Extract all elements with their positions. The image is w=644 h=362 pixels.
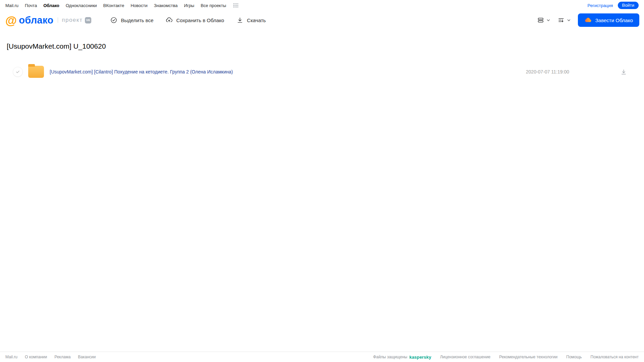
topnav-link-vkontakte[interactable]: ВКонтакте — [103, 3, 125, 8]
toolbar-label: Выделить все — [121, 17, 153, 23]
topnav-link-novosti[interactable]: Новости — [131, 3, 147, 8]
sort-icon — [557, 16, 565, 24]
chevron-down-icon — [546, 18, 551, 22]
create-cloud-button[interactable]: Завести Облако — [578, 13, 639, 27]
file-name-link[interactable]: [UsupovMarket.com] [Cilantro] Похудение … — [50, 69, 233, 74]
download-icon — [236, 16, 244, 24]
row-checkbox[interactable] — [13, 67, 23, 77]
download-icon — [620, 68, 627, 75]
topnav-link-znakomstva[interactable]: Знакомства — [154, 3, 178, 8]
kaspersky-logo[interactable]: kaspersky — [409, 355, 431, 360]
topnav-links: Mail.ru Почта Облако Одноклассники ВКонт… — [5, 3, 238, 8]
main-content: [UsupovMarket.com] U_100620 [UsupovMarke… — [0, 42, 644, 80]
login-button[interactable]: Войти — [618, 2, 639, 9]
top-navigation: Mail.ru Почта Облако Одноклассники ВКонт… — [0, 0, 644, 11]
project-vk-label: проект — [62, 17, 83, 23]
folder-icon[interactable] — [28, 66, 44, 78]
all-projects-grid-icon[interactable] — [233, 3, 238, 8]
header-right-controls: Завести Облако — [537, 13, 639, 27]
file-list: [UsupovMarket.com] [Cilantro] Похудение … — [7, 64, 637, 80]
check-circle-icon — [110, 16, 117, 24]
cloud-icon — [584, 16, 592, 24]
footer-link-ads[interactable]: Реклама — [54, 355, 70, 359]
file-download-button[interactable] — [620, 68, 627, 75]
footer-link-license[interactable]: Лицензионное соглашение — [440, 355, 490, 359]
download-button[interactable]: Скачать — [236, 16, 266, 24]
action-toolbar: Выделить все Сохранить в Облако Скачать — [110, 16, 266, 24]
topnav-link-oblako[interactable]: Облако — [43, 3, 59, 8]
footer-link-jobs[interactable]: Вакансии — [78, 355, 96, 359]
cloud-logo-text: облако — [19, 15, 53, 26]
topnav-link-igry[interactable]: Игры — [184, 3, 194, 8]
check-icon — [15, 69, 20, 74]
footer-link-recommendation-tech[interactable]: Рекомендательные технологии — [499, 355, 558, 359]
header: @ облако проект VK Выделить все Сохранит… — [0, 11, 644, 30]
view-mode-icon — [537, 16, 544, 24]
footer-right-links: Файлы защищены kaspersky Лицензионное со… — [373, 355, 639, 360]
select-all-button[interactable]: Выделить все — [110, 16, 153, 24]
footer-left-links: Mail.ru О компании Реклама Вакансии — [5, 355, 96, 359]
mailru-at-icon: @ — [5, 14, 17, 26]
file-date: 2020-07-07 11:19:00 — [526, 69, 569, 74]
page-title: [UsupovMarket.com] U_100620 — [7, 42, 637, 50]
cloud-logo[interactable]: @ облако проект VK — [5, 14, 91, 26]
topnav-link-pochta[interactable]: Почта — [25, 3, 37, 8]
logo-divider — [58, 17, 58, 23]
footer-link-report-content[interactable]: Пожаловаться на контент — [591, 355, 639, 359]
create-cloud-label: Завести Облако — [595, 17, 633, 23]
save-to-cloud-button[interactable]: Сохранить в Облако — [165, 16, 224, 24]
footer-link-help[interactable]: Помощь — [566, 355, 582, 359]
view-mode-toggle[interactable] — [537, 16, 551, 24]
footer-link-about[interactable]: О компании — [25, 355, 47, 359]
chevron-down-icon — [566, 18, 571, 22]
topnav-link-mailru[interactable]: Mail.ru — [5, 3, 18, 8]
topnav-auth: Регистрация Войти — [588, 2, 639, 9]
sort-toggle[interactable] — [557, 16, 571, 24]
vk-badge-icon: VK — [85, 17, 91, 23]
toolbar-label: Сохранить в Облако — [176, 17, 224, 23]
files-protected-note: Файлы защищены kaspersky — [373, 355, 431, 360]
topnav-link-odnoklassniki[interactable]: Одноклассники — [66, 3, 97, 8]
file-row[interactable]: [UsupovMarket.com] [Cilantro] Похудение … — [7, 64, 637, 80]
protected-label: Файлы защищены — [373, 355, 407, 359]
registration-link[interactable]: Регистрация — [588, 3, 613, 8]
footer: Mail.ru О компании Реклама Вакансии Файл… — [0, 352, 644, 362]
cloud-upload-icon — [165, 16, 173, 24]
topnav-link-vse-proekty[interactable]: Все проекты — [201, 3, 226, 8]
footer-link-mailru[interactable]: Mail.ru — [5, 355, 17, 359]
toolbar-label: Скачать — [247, 17, 266, 23]
